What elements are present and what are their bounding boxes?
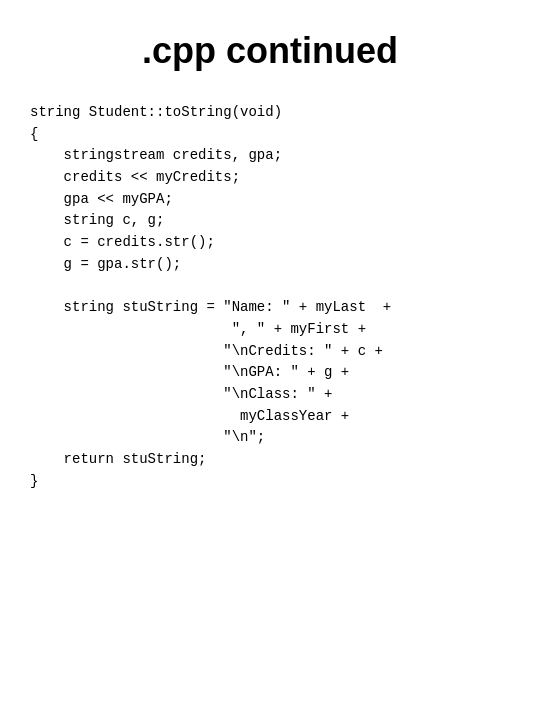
code-block: string Student::toString(void) { strings…: [0, 102, 540, 492]
page-title: .cpp continued: [142, 30, 398, 72]
page: .cpp continued string Student::toString(…: [0, 0, 540, 720]
